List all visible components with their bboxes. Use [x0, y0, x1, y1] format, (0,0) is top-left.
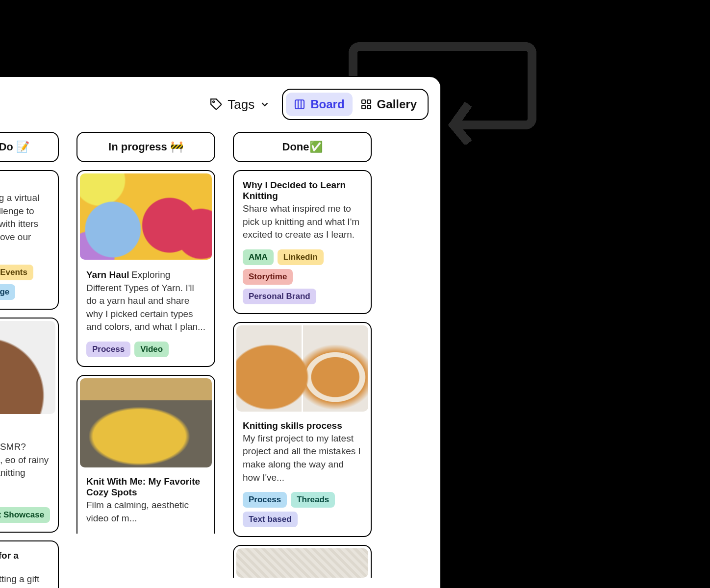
view-toggle: Board Gallery [282, 89, 429, 120]
column-header-in-progress: In progress 🚧 [76, 132, 215, 162]
gallery-icon [360, 98, 372, 110]
card-image [80, 173, 212, 260]
tag[interactable]: Video [134, 342, 169, 357]
board-label: Board [310, 98, 344, 111]
card-todo-3[interactable]: g a Gift for a Friend ment knitting a gi… [0, 540, 59, 588]
chevron-down-icon [259, 99, 270, 110]
board-icon [294, 98, 305, 110]
column-in-progress: In progress 🚧 Yarn Haul Exploring Differ… [76, 132, 215, 588]
card-image [0, 321, 55, 414]
card-image [236, 325, 368, 412]
column-todo: To Do 📝 s ut hosting a virtual knit- cha… [0, 132, 59, 588]
tag[interactable]: Process [243, 492, 287, 508]
card-todo-1[interactable]: s ut hosting a virtual knit- challenge t… [0, 170, 59, 310]
app-window: Tags Board Gallery To Do 📝 [0, 76, 441, 588]
card-desc: Share what inspired me to pick up knitti… [243, 202, 362, 242]
card-image [236, 548, 368, 578]
gallery-label: Gallery [377, 98, 417, 111]
tags-label: Tags [228, 97, 254, 112]
gallery-view-button[interactable]: Gallery [353, 93, 425, 116]
card-title: g a Gift for a Friend [0, 550, 19, 571]
tags-row: s Product Showcase [0, 488, 49, 523]
tag-icon [210, 98, 223, 111]
board: To Do 📝 s ut hosting a virtual knit- cha… [0, 132, 429, 588]
svg-rect-1 [295, 100, 304, 109]
column-header-done: Done✅ [233, 132, 372, 162]
card-title: Why I Decided to Learn Knitting [243, 180, 346, 201]
card-inprogress-1[interactable]: Yarn Haul Exploring Different Types of Y… [76, 170, 215, 367]
card-inprogress-2[interactable]: Knit With Me: My Favorite Cozy Spots Fil… [76, 375, 215, 534]
tags-row: nity Events Challenge [0, 265, 49, 300]
column-done: Done✅ Why I Decided to Learn Knitting Sh… [233, 132, 372, 588]
tag[interactable]: Process [86, 342, 130, 357]
card-desc: ut hosting a virtual knit- challenge to … [0, 192, 49, 257]
column-header-todo: To Do 📝 [0, 132, 59, 162]
card-desc: My first project to my latest project an… [243, 432, 362, 484]
tag[interactable]: Threads [291, 492, 335, 508]
tags-row: AMA Linkedin Storytime Personal Brand [243, 249, 362, 304]
toolbar: Tags Board Gallery [0, 89, 429, 120]
svg-point-0 [213, 101, 214, 102]
card-todo-2[interactable]: ting be ASMR? Relaxing, eo of rainy day … [0, 318, 59, 533]
card-done-1[interactable]: Why I Decided to Learn Knitting Share wh… [233, 170, 372, 314]
card-desc: Film a calming, aesthetic video of m... [86, 499, 205, 525]
svg-rect-4 [362, 100, 365, 103]
tag[interactable]: Events [0, 265, 33, 280]
board-view-button[interactable]: Board [286, 93, 352, 116]
tags-filter[interactable]: Tags [210, 97, 270, 112]
card-desc: ting be ASMR? Relaxing, eo of rainy day … [0, 441, 49, 480]
card-title: Knitting skills process [243, 420, 342, 431]
tags-row: Process Video [86, 342, 205, 357]
tag[interactable]: Storytime [243, 269, 293, 285]
card-done-3[interactable] [233, 545, 372, 578]
tag[interactable]: Challenge [0, 284, 15, 300]
svg-rect-7 [367, 105, 371, 109]
card-desc: ment knitting a gift and 's bday the tho… [0, 573, 49, 588]
tag[interactable]: Linkedin [278, 249, 324, 265]
svg-rect-6 [362, 105, 365, 109]
tag[interactable]: Product Showcase [0, 507, 50, 523]
card-image [80, 378, 212, 467]
card-title: Yarn Haul [86, 270, 129, 280]
card-title: Knit With Me: My Favorite Cozy Spots [86, 476, 200, 497]
card-done-2[interactable]: Knitting skills process My first project… [233, 322, 372, 537]
tags-row: Process Threads Text based [243, 492, 362, 527]
svg-rect-5 [367, 100, 371, 103]
tag[interactable]: AMA [243, 249, 274, 265]
tag[interactable]: Personal Brand [243, 289, 316, 304]
tag[interactable]: Text based [243, 512, 298, 527]
